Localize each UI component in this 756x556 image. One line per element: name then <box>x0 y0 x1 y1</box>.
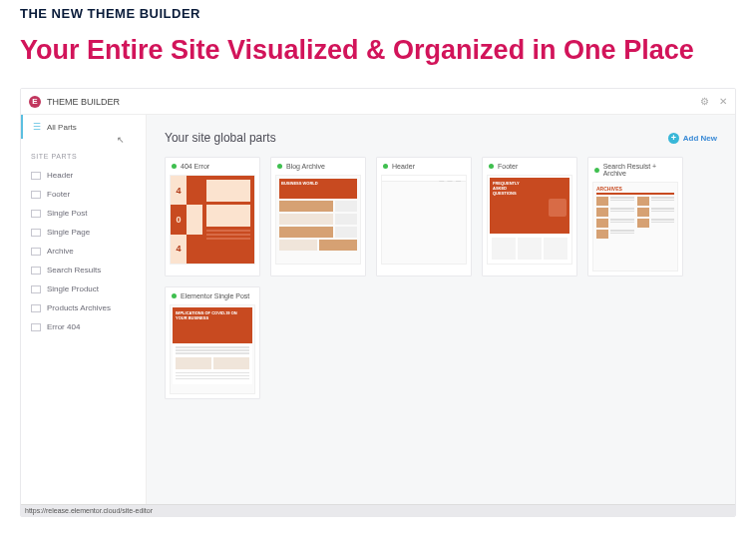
sidebar-item-label: Footer <box>47 190 70 199</box>
card-thumbnail: — — — <box>381 175 467 265</box>
part-icon <box>31 304 41 312</box>
eyebrow-text: THE NEW THEME BUILDER <box>20 6 736 21</box>
sidebar-item[interactable]: Single Page <box>21 223 146 242</box>
card-title: Blog Archive <box>286 163 325 170</box>
part-icon <box>31 285 41 293</box>
part-icon <box>31 229 41 237</box>
settings-icon[interactable]: ⚙ <box>700 96 709 107</box>
sidebar-item[interactable]: Error 404 <box>21 317 146 336</box>
app-window: E THEME BUILDER ⚙ ✕ ☰ All Parts ↖ SITE P… <box>20 88 736 517</box>
sidebar-item[interactable]: Products Archives <box>21 298 146 317</box>
status-dot-icon <box>172 164 177 169</box>
card-thumbnail: 404 <box>170 175 255 265</box>
sidebar-item-label: Products Archives <box>47 303 111 312</box>
sidebar-item-label: Single Post <box>47 209 87 218</box>
sidebar-item[interactable]: Header <box>21 166 146 185</box>
main-content: Your site global parts + Add New 404 Err… <box>147 115 735 504</box>
sidebar-item[interactable]: Single Post <box>21 204 146 223</box>
plus-icon: + <box>668 133 679 144</box>
site-parts-label: SITE PARTS <box>21 139 146 166</box>
main-title: Your site global parts <box>165 131 276 145</box>
sidebar-item-label: Error 404 <box>47 322 80 331</box>
sidebar-item-label: Search Results <box>47 266 101 275</box>
close-icon[interactable]: ✕ <box>719 96 727 107</box>
sidebar-item-label: Archive <box>47 247 74 256</box>
card-search-archive[interactable]: Search Resulst + Archive ARCHIVES <box>587 157 683 277</box>
add-new-button[interactable]: + Add New <box>668 133 717 144</box>
part-icon <box>31 191 41 199</box>
app-logo-icon: E <box>29 96 41 108</box>
sidebar-item[interactable]: Archive <box>21 242 146 261</box>
cursor-icon: ↖ <box>117 135 125 145</box>
sidebar-item[interactable]: Single Product <box>21 279 146 298</box>
card-single-post[interactable]: Elementor Single Post IMPLICATIONS OF CO… <box>165 286 260 399</box>
add-new-label: Add New <box>683 134 717 143</box>
card-blog-archive[interactable]: Blog Archive <box>270 157 366 277</box>
card-thumbnail <box>275 175 361 265</box>
status-dot-icon <box>383 164 388 169</box>
sidebar-item[interactable]: Footer <box>21 185 146 204</box>
app-title: THEME BUILDER <box>47 97 120 107</box>
sidebar-item[interactable]: Search Results <box>21 261 146 279</box>
part-icon <box>31 323 41 331</box>
status-dot-icon <box>172 293 177 298</box>
card-thumbnail <box>487 175 572 265</box>
status-dot-icon <box>594 168 599 173</box>
card-title: Search Resulst + Archive <box>603 163 676 177</box>
part-icon <box>31 210 41 218</box>
status-bar-url: https://release.elementor.cloud/site-edi… <box>21 504 735 516</box>
sidebar-item-label: Header <box>47 171 73 180</box>
card-title: 404 Error <box>181 163 209 170</box>
layers-icon: ☰ <box>33 122 41 132</box>
sidebar-item-label: Single Page <box>47 228 90 237</box>
sidebar: ☰ All Parts ↖ SITE PARTS HeaderFooterSin… <box>21 115 147 504</box>
card-title: Header <box>392 163 415 170</box>
part-icon <box>31 267 41 275</box>
status-dot-icon <box>277 164 282 169</box>
part-icon <box>31 248 41 256</box>
card-header[interactable]: Header — — — <box>376 157 472 277</box>
card-thumbnail: ARCHIVES <box>592 182 678 272</box>
card-404[interactable]: 404 Error 404 <box>165 157 260 277</box>
cards-grid: 404 Error 404 Blog Archive Header <box>165 157 717 399</box>
headline-text: Your Entire Site Visualized & Organized … <box>20 35 736 66</box>
status-dot-icon <box>489 164 494 169</box>
part-icon <box>31 172 41 180</box>
titlebar: E THEME BUILDER ⚙ ✕ <box>21 89 735 115</box>
card-footer[interactable]: Footer <box>482 157 577 277</box>
card-title: Footer <box>498 163 518 170</box>
sidebar-item-label: Single Product <box>47 284 99 293</box>
all-parts-label: All Parts <box>47 123 77 132</box>
card-title: Elementor Single Post <box>181 292 249 299</box>
card-thumbnail: IMPLICATIONS OF COVID-19 ON YOUR BUSINES… <box>170 304 255 394</box>
sidebar-all-parts[interactable]: ☰ All Parts <box>21 115 146 139</box>
